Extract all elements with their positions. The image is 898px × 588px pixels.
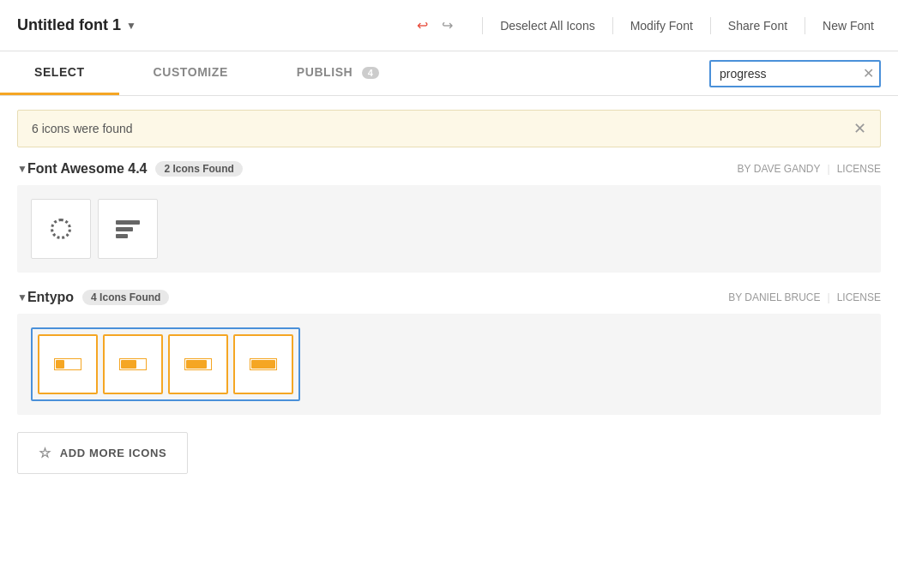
font-awesome-title: Font Awesome 4.4 2 Icons Found <box>27 161 243 177</box>
undo-button[interactable]: ↩ <box>412 14 433 37</box>
fa-spinner-icon <box>51 219 71 239</box>
search-wrapper: ✕ <box>709 60 881 87</box>
entypo-progress-bar-1-icon <box>54 358 81 370</box>
add-more-icons-label: ADD MORE ICONS <box>60 447 167 459</box>
pbar-3 <box>116 234 128 238</box>
header-separator-2 <box>612 17 613 34</box>
svg-rect-7 <box>251 360 275 369</box>
font-awesome-collapse-icon[interactable]: ▼ <box>17 163 27 175</box>
app-header: Untitled font 1 ▼ ↩ ↪ Deselect All Icons… <box>0 0 898 51</box>
undo-redo-group: ↩ ↪ <box>412 14 458 37</box>
entypo-meta-sep: | <box>828 291 830 303</box>
fa-spinner-icon-tile[interactable] <box>31 199 91 259</box>
font-awesome-meta-sep: | <box>828 163 830 175</box>
font-awesome-license-link[interactable]: LICENSE <box>837 163 881 175</box>
new-font-button[interactable]: New Font <box>816 15 881 36</box>
fa-progress-bar-icon-tile[interactable] <box>98 199 158 259</box>
result-banner: 6 icons were found ✕ <box>17 110 881 147</box>
entypo-by: BY DANIEL BRUCE <box>728 291 820 303</box>
share-font-button[interactable]: Share Font <box>721 15 794 36</box>
entypo-progress-icon-4-tile[interactable] <box>233 334 293 394</box>
font-awesome-icons-found-badge: 2 Icons Found <box>155 161 242 177</box>
font-awesome-by: BY DAVE GANDY <box>738 163 821 175</box>
star-icon: ☆ <box>39 445 51 461</box>
header-separator-3 <box>710 17 711 34</box>
result-banner-close-button[interactable]: ✕ <box>853 121 866 136</box>
tab-publish[interactable]: PUBLISH 4 <box>262 51 414 95</box>
deselect-all-button[interactable]: Deselect All Icons <box>493 15 602 36</box>
add-more-icons-button[interactable]: ☆ ADD MORE ICONS <box>17 432 188 474</box>
search-input[interactable] <box>709 60 881 87</box>
entypo-icons-found-badge: 4 Icons Found <box>82 290 169 305</box>
font-awesome-icons-grid <box>17 185 881 273</box>
entypo-meta: BY DANIEL BRUCE | LICENSE <box>728 291 881 303</box>
entypo-progress-icon-1-tile[interactable] <box>38 334 98 394</box>
pbar-1 <box>116 220 140 225</box>
search-area: ✕ <box>692 51 898 95</box>
font-title-text: Untitled font 1 <box>17 16 121 34</box>
redo-button[interactable]: ↪ <box>437 14 458 37</box>
entypo-title: Entypo 4 Icons Found <box>27 290 170 305</box>
tab-customize[interactable]: CUSTOMIZE <box>119 51 262 95</box>
header-separator-1 <box>482 17 483 34</box>
font-title[interactable]: Untitled font 1 ▼ <box>17 16 136 34</box>
entypo-collapse-icon[interactable]: ▼ <box>17 291 27 303</box>
search-clear-button[interactable]: ✕ <box>863 67 874 81</box>
entypo-section: ▼ Entypo 4 Icons Found BY DANIEL BRUCE |… <box>17 290 881 415</box>
font-awesome-section: ▼ Font Awesome 4.4 2 Icons Found BY DAVE… <box>17 161 881 273</box>
entypo-progress-icon-2-tile[interactable] <box>103 334 163 394</box>
entypo-progress-bar-2-icon <box>119 358 147 370</box>
pbar-2 <box>116 227 133 231</box>
fa-progress-bars-icon <box>116 220 140 238</box>
font-awesome-meta: BY DAVE GANDY | LICENSE <box>738 163 881 175</box>
font-title-dropdown-icon: ▼ <box>126 20 136 32</box>
result-banner-text: 6 icons were found <box>32 122 133 135</box>
entypo-icons-grid <box>17 314 881 415</box>
publish-badge: 4 <box>362 67 380 79</box>
entypo-progress-bar-3-icon <box>184 358 212 370</box>
header-separator-4 <box>805 17 805 34</box>
entypo-progress-bar-4-icon <box>250 358 277 370</box>
entypo-license-link[interactable]: LICENSE <box>837 291 881 303</box>
entypo-header: ▼ Entypo 4 Icons Found BY DANIEL BRUCE |… <box>17 290 881 305</box>
main-content: 6 icons were found ✕ ▼ Font Awesome 4.4 … <box>0 110 898 474</box>
svg-rect-5 <box>186 360 207 369</box>
tab-select[interactable]: SELECT <box>0 51 119 95</box>
entypo-progress-icon-3-tile[interactable] <box>168 334 228 394</box>
svg-rect-3 <box>121 360 136 369</box>
entypo-selected-icons-box <box>31 327 300 401</box>
tabs-bar: SELECT CUSTOMIZE PUBLISH 4 ✕ <box>0 51 898 96</box>
modify-font-button[interactable]: Modify Font <box>624 15 700 36</box>
svg-rect-1 <box>56 360 64 369</box>
font-awesome-header: ▼ Font Awesome 4.4 2 Icons Found BY DAVE… <box>17 161 881 177</box>
